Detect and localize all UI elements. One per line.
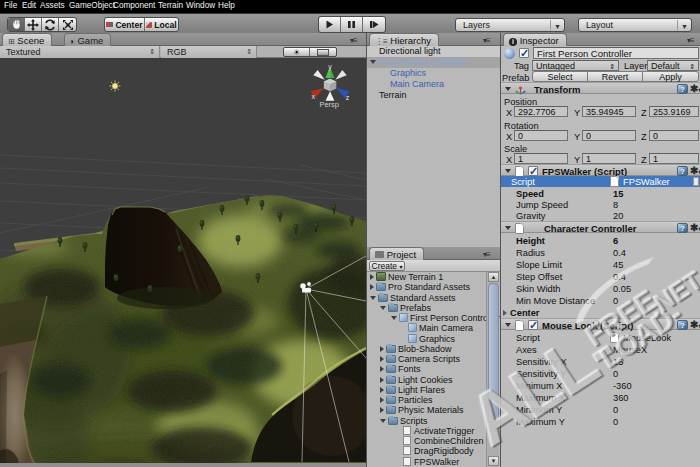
svg-text:Persp: Persp bbox=[319, 100, 339, 109]
svg-text:y: y bbox=[328, 63, 332, 71]
svg-text:z: z bbox=[346, 94, 350, 101]
svg-text:x: x bbox=[312, 93, 316, 100]
